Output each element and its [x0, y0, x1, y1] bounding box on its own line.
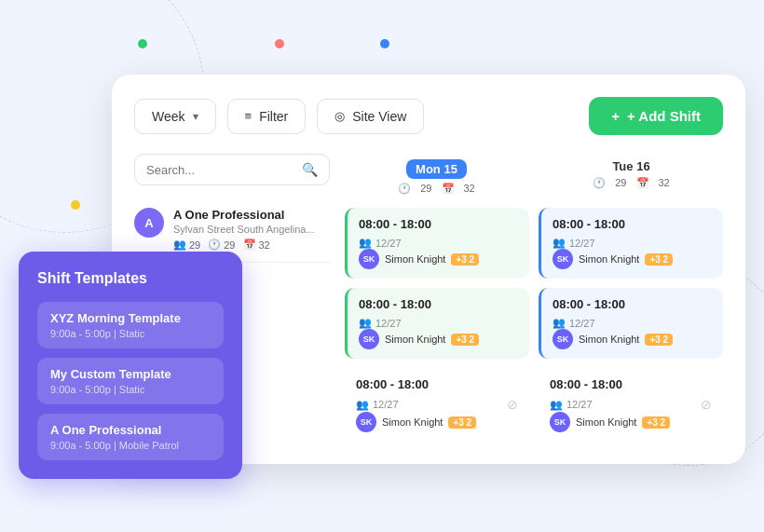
people-icon-1: 👥 — [553, 237, 566, 249]
person-avatar-0: SK — [359, 249, 379, 269]
search-box[interactable]: 🔍 — [134, 154, 330, 185]
shift-time-4: 08:00 - 18:00 — [356, 377, 518, 391]
shift-meta-1: 👥 12/27 — [553, 237, 712, 249]
shift-meta-5: 👥 12/27 ⊘ — [550, 397, 712, 412]
week-dropdown[interactable]: Week ▾ — [134, 99, 216, 134]
location-name: A One Professional — [173, 208, 330, 222]
people-icon-0: 👥 — [359, 237, 372, 249]
person-avatar-5: SK — [550, 412, 570, 432]
shift-time-2: 08:00 - 18:00 — [359, 297, 518, 311]
toolbar: Week ▾ ≡ Filter ◎ Site View + + Add Shif… — [134, 97, 723, 135]
shift-time-0: 08:00 - 18:00 — [359, 217, 518, 231]
filter-button[interactable]: ≡ Filter — [227, 99, 307, 134]
no-entry-icon: ⊘ — [701, 397, 712, 412]
shift-card-0[interactable]: 08:00 - 18:00 👥 12/27 SK Simon Knight +3… — [345, 208, 529, 279]
people-icon-2: 👥 — [359, 317, 372, 329]
template-name-1: My Custom Template — [50, 367, 211, 381]
template-name-2: A One Professional — [50, 423, 211, 437]
decorative-dot-orange — [275, 39, 284, 48]
stat-people: 👥 29 — [173, 239, 200, 251]
plus-badge-5: +3 2 — [642, 416, 670, 429]
plus-badge-2: +3 2 — [451, 334, 479, 346]
plus-badge-4: +3 2 — [448, 416, 476, 429]
shift-count-5: 👥 12/27 — [550, 399, 593, 411]
template-item-1[interactable]: My Custom Template 9:00a - 5:00p | Stati… — [37, 358, 224, 404]
location-info: A One Professional Sylvan Street South A… — [173, 208, 330, 251]
shift-panel: Mon 15 🕐 29 📅 32 Tue 16 🕐 29 📅 32 — [345, 154, 723, 442]
people-icon-4: 👥 — [356, 399, 369, 411]
filter-icon: ≡ — [245, 109, 252, 123]
shift-card-5[interactable]: 08:00 - 18:00 👥 12/27 ⊘ SK Simon Knight … — [539, 368, 723, 442]
shift-count-2: 👥 12/27 — [359, 317, 402, 329]
templates-title: Shift Templates — [37, 270, 224, 287]
shift-count-4: 👥 12/27 — [356, 399, 399, 411]
search-icon: 🔍 — [302, 162, 318, 177]
decorative-dot-green — [138, 39, 147, 48]
day-stats-tue: 🕐 29 📅 32 — [545, 177, 717, 189]
shift-count-3: 👥 12/27 — [553, 317, 595, 329]
template-item-2[interactable]: A One Professional 9:00a - 5:00p | Mobil… — [37, 414, 224, 460]
shift-time-3: 08:00 - 18:00 — [553, 297, 712, 311]
shift-person-3: SK Simon Knight +3 2 — [553, 329, 712, 349]
stat-calendar: 📅 32 — [243, 239, 270, 251]
template-item-0[interactable]: XYZ Morning Template 9:00a - 5:00p | Sta… — [37, 302, 224, 348]
day-title-tue: Tue 16 — [545, 159, 717, 173]
decorative-dot-yellow — [71, 200, 80, 210]
shift-rows: 08:00 - 18:00 👥 12/27 SK Simon Knight +3… — [345, 208, 723, 442]
shift-person-0: SK Simon Knight +3 2 — [359, 249, 518, 269]
week-label: Week — [152, 109, 185, 124]
add-shift-label: + Add Shift — [627, 108, 701, 124]
templates-overlay: Shift Templates XYZ Morning Template 9:0… — [19, 252, 242, 479]
shift-card-3[interactable]: 08:00 - 18:00 👥 12/27 SK Simon Knight +3… — [539, 288, 723, 359]
calendar-icon: 📅 — [243, 239, 256, 251]
day-headers: Mon 15 🕐 29 📅 32 Tue 16 🕐 29 📅 32 — [345, 154, 723, 200]
clock-icon: 🕐 — [208, 239, 221, 251]
template-name-0: XYZ Morning Template — [50, 311, 211, 325]
tue-calendar-icon: 📅 — [636, 177, 649, 189]
shift-card-4[interactable]: 08:00 - 18:00 👥 12/27 ⊘ SK Simon Knight … — [345, 368, 529, 442]
people-icon-3: 👥 — [553, 317, 566, 329]
day-badge-mon: Mon 15 — [406, 159, 467, 179]
template-detail-0: 9:00a - 5:00p | Static — [50, 328, 211, 339]
add-shift-button[interactable]: + + Add Shift — [589, 97, 723, 135]
shift-person-5: SK Simon Knight +3 2 — [550, 412, 712, 432]
shift-card-2[interactable]: 08:00 - 18:00 👥 12/27 SK Simon Knight +3… — [345, 288, 529, 359]
day-header-tue: Tue 16 🕐 29 📅 32 — [539, 154, 723, 200]
day-header-mon: Mon 15 🕐 29 📅 32 — [345, 154, 528, 200]
shift-meta-3: 👥 12/27 — [553, 317, 712, 329]
template-items: XYZ Morning Template 9:00a - 5:00p | Sta… — [37, 302, 224, 460]
people-icon-5: 👥 — [550, 399, 563, 411]
location-icon: ◎ — [334, 109, 345, 123]
template-detail-2: 9:00a - 5:00p | Mobile Patrol — [50, 440, 211, 451]
shift-person-1: SK Simon Knight +3 2 — [553, 249, 712, 269]
tue-people-icon: 🕐 — [593, 177, 606, 189]
shift-meta-0: 👥 12/27 — [359, 237, 518, 249]
person-name-1: Simon Knight — [579, 253, 639, 265]
site-view-button[interactable]: ◎ Site View — [317, 99, 424, 134]
plus-badge-0: +3 2 — [451, 253, 479, 266]
mon-calendar-icon: 📅 — [442, 183, 455, 195]
person-name-0: Simon Knight — [385, 253, 445, 265]
person-name-4: Simon Knight — [382, 416, 443, 428]
no-entry-icon: ⊘ — [507, 397, 518, 412]
person-name-3: Simon Knight — [579, 334, 639, 345]
location-address: Sylvan Street South Angelina... — [173, 224, 330, 235]
decorative-dot-blue — [380, 39, 389, 48]
shift-time-1: 08:00 - 18:00 — [553, 217, 712, 231]
plus-icon: + — [611, 108, 620, 124]
shift-meta-4: 👥 12/27 ⊘ — [356, 397, 518, 412]
shift-person-4: SK Simon Knight +3 2 — [356, 412, 518, 432]
location-item[interactable]: A A One Professional Sylvan Street South… — [134, 200, 330, 258]
shift-person-2: SK Simon Knight +3 2 — [359, 329, 518, 349]
person-name-5: Simon Knight — [576, 416, 636, 428]
search-input[interactable] — [146, 163, 302, 177]
stat-clock: 🕐 29 — [208, 239, 235, 251]
shift-count-1: 👥 12/27 — [553, 237, 595, 249]
people-icon: 👥 — [173, 239, 186, 251]
template-detail-1: 9:00a - 5:00p | Static — [50, 384, 211, 395]
shift-card-1[interactable]: 08:00 - 18:00 👥 12/27 SK Simon Knight +3… — [539, 208, 723, 279]
plus-badge-3: +3 2 — [645, 334, 673, 346]
person-avatar-4: SK — [356, 412, 376, 432]
person-avatar-3: SK — [553, 329, 573, 349]
chevron-down-icon: ▾ — [193, 110, 198, 123]
